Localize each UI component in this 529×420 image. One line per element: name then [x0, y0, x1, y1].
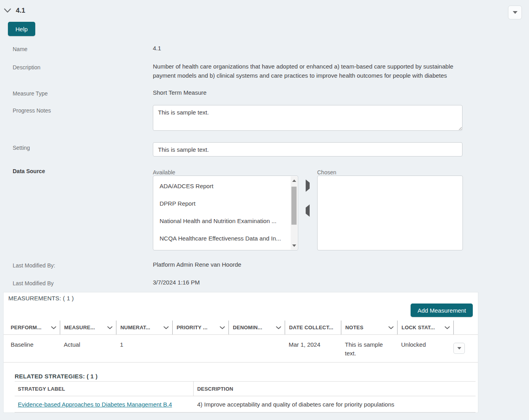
help-button[interactable]: Help — [8, 22, 35, 36]
col-header-numerator[interactable]: NUMERAT... — [116, 321, 172, 334]
cell-numerator: 1 — [116, 340, 172, 358]
last-modified-date-value: 3/7/2024 1:16 PM — [153, 278, 466, 287]
chosen-listbox[interactable] — [317, 176, 463, 250]
scrollbar-down-icon[interactable] — [291, 242, 297, 249]
add-measurement-button[interactable]: Add Measurement — [411, 304, 473, 317]
measure-type-value: Short Term Measure — [153, 88, 466, 97]
col-header-notes[interactable]: NOTES — [341, 321, 397, 334]
scrollbar-up-icon[interactable] — [291, 177, 297, 184]
measure-type-row: Measure Type Short Term Measure — [0, 88, 529, 97]
available-option[interactable]: National Health and Nutrition Examinatio… — [153, 212, 298, 230]
scrollbar-thumb[interactable] — [291, 187, 297, 225]
dropdown-arrow-icon — [513, 11, 518, 14]
col-header-actions — [453, 321, 476, 334]
strategy-link[interactable]: Evidence-based Approaches to Diabetes Ma… — [18, 401, 172, 408]
cell-priority — [172, 340, 228, 358]
measurements-table: PERFORM... MEASURE... NUMERAT... PRIORIT… — [4, 321, 478, 363]
measurements-table-header: PERFORM... MEASURE... NUMERAT... PRIORIT… — [4, 321, 478, 335]
description-value: Number of health care organizations that… — [153, 62, 466, 80]
strategy-description: 4) Improve acceptability and quality of … — [194, 401, 394, 408]
chosen-caption: Chosen — [317, 168, 463, 176]
cell-date-collected: Mar 1, 2024 — [285, 340, 341, 358]
col-header-date-collected[interactable]: DATE COLLECT... — [285, 321, 341, 334]
last-modified-by-label: Last Modified By: — [0, 260, 153, 269]
sort-chevron-icon[interactable] — [220, 326, 225, 329]
arrow-left-icon — [306, 204, 310, 217]
last-modified-date-row: Last Modified By 3/7/2024 1:16 PM — [0, 278, 529, 287]
cell-lock-status: Unlocked — [397, 340, 453, 358]
col-header-measure[interactable]: MEASURE... — [60, 321, 116, 334]
cell-notes: This is sample text. — [341, 340, 397, 358]
sort-chevron-icon[interactable] — [388, 326, 394, 329]
col-header-denominator[interactable]: DENOMIN... — [228, 321, 285, 334]
available-option[interactable]: ADA/ADCES Report — [153, 178, 298, 195]
sort-chevron-icon[interactable] — [276, 326, 281, 329]
related-strategies-heading: RELATED STRATEGIES: ( 1 ) — [15, 373, 478, 380]
chevron-down-icon[interactable] — [4, 8, 11, 13]
section-dropdown-button[interactable] — [508, 6, 522, 19]
last-modified-by-value: Platform Admin Rene van Hoorde — [153, 260, 466, 269]
name-value: 4.1 — [153, 44, 466, 53]
progress-notes-textarea[interactable]: This is sample text. — [153, 105, 462, 131]
data-source-row: Data Source Available ADA/ADCES Report D… — [0, 168, 529, 250]
col-header-performance[interactable]: PERFORM... — [4, 321, 60, 334]
related-strategy-row: Evidence-based Approaches to Diabetes Ma… — [15, 396, 476, 412]
arrow-right-icon — [306, 179, 310, 192]
available-option[interactable]: NCQA Healthcare Effectiveness Data and I… — [153, 230, 298, 247]
name-label: Name — [0, 44, 153, 53]
cell-measure: Actual — [60, 340, 116, 358]
related-strategies-header: STRATEGY LABEL DESCRIPTION — [15, 381, 476, 396]
last-modified-by-row: Last Modified By: Platform Admin Rene va… — [0, 260, 529, 269]
setting-row: Setting — [0, 142, 529, 157]
measurements-heading: MEASUREMENTS: ( 1 ) — [4, 292, 478, 302]
move-to-chosen-button[interactable] — [304, 181, 311, 190]
progress-notes-row: Progress Notes This is sample text. — [0, 105, 529, 133]
col-header-description: DESCRIPTION — [194, 386, 233, 392]
measurement-row: Baseline Actual 1 Mar 1, 2024 This is sa… — [4, 335, 478, 363]
available-option[interactable]: DPRP Report — [153, 195, 298, 212]
name-row: Name 4.1 — [0, 44, 529, 53]
col-header-lock-status[interactable]: LOCK STAT... — [397, 321, 453, 334]
available-caption: Available — [153, 168, 298, 176]
sort-chevron-icon[interactable] — [445, 326, 450, 329]
section-header: 4.1 — [0, 0, 529, 15]
measurements-panel: MEASUREMENTS: ( 1 ) Add Measurement PERF… — [3, 292, 478, 413]
setting-label: Setting — [0, 142, 153, 157]
dropdown-arrow-icon — [457, 347, 461, 349]
sort-chevron-icon[interactable] — [51, 326, 56, 329]
col-header-priority[interactable]: PRIORITY ... — [172, 321, 228, 334]
available-listbox[interactable]: ADA/ADCES Report DPRP Report National He… — [153, 176, 298, 250]
last-modified-date-label: Last Modified By — [0, 278, 153, 287]
progress-notes-label: Progress Notes — [0, 105, 153, 133]
related-strategies-table: STRATEGY LABEL DESCRIPTION Evidence-base… — [15, 381, 476, 412]
measure-form: Name 4.1 Description Number of health ca… — [0, 44, 529, 287]
move-to-available-button[interactable] — [304, 206, 311, 215]
description-label: Description — [0, 62, 153, 80]
listbox-scrollbar[interactable] — [291, 176, 297, 250]
sort-chevron-icon[interactable] — [107, 326, 112, 329]
setting-input[interactable] — [153, 142, 462, 157]
row-menu-button[interactable] — [453, 343, 465, 354]
sort-chevron-icon[interactable] — [164, 326, 169, 329]
data-source-label: Data Source — [0, 168, 153, 250]
page-title: 4.1 — [16, 7, 25, 15]
cell-denominator — [228, 340, 285, 358]
cell-performance: Baseline — [4, 340, 60, 358]
col-header-strategy-label: STRATEGY LABEL — [15, 382, 194, 396]
measure-type-label: Measure Type — [0, 88, 153, 97]
description-row: Description Number of health care organi… — [0, 62, 529, 80]
